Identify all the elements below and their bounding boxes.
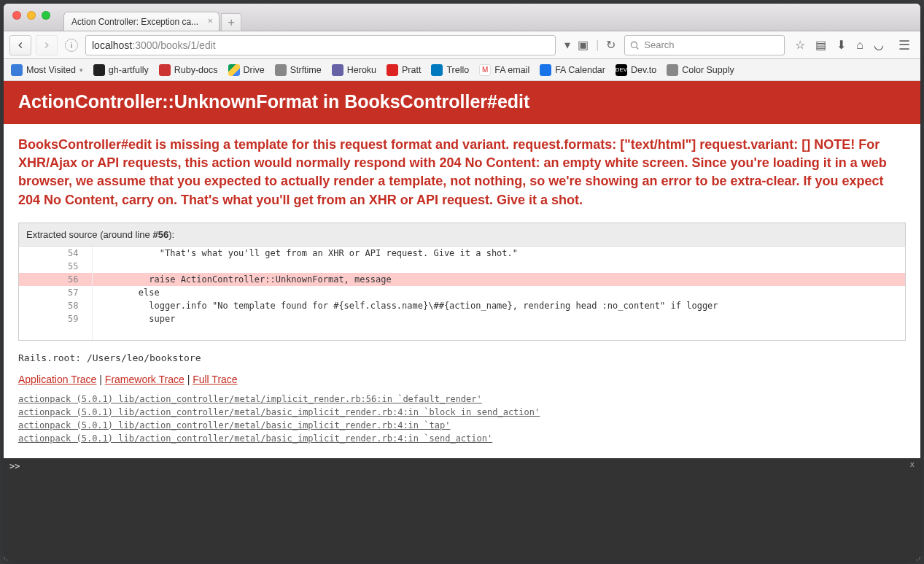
bookmark-label: FA Calendar xyxy=(555,65,605,75)
source-code: 54 "That's what you'll get from an XHR o… xyxy=(19,247,905,340)
source-line: 55 xyxy=(19,260,905,273)
bookmark-item[interactable]: MFA email xyxy=(479,64,529,76)
trace-line[interactable]: actionpack (5.0.1) lib/action_controller… xyxy=(18,407,906,417)
tab-title: Action Controller: Exception ca... xyxy=(71,17,198,27)
toolbar-icons: ☆ ▤ ⬇ ⌂ ◡ xyxy=(789,38,890,52)
trace-line[interactable]: actionpack (5.0.1) lib/action_controller… xyxy=(18,420,906,430)
bookmark-item[interactable]: Color Supply xyxy=(667,64,734,76)
line-code: super xyxy=(92,312,905,325)
minimize-window-button[interactable] xyxy=(27,11,36,20)
browser-tabs: Action Controller: Exception ca... × + xyxy=(63,12,241,31)
line-number: 57 xyxy=(19,286,92,299)
search-bar[interactable]: Search xyxy=(624,35,785,55)
bookmark-favicon xyxy=(93,64,105,76)
bookmark-label: Pratt xyxy=(402,65,421,75)
bookmark-item[interactable]: Drive xyxy=(228,64,265,76)
navigation-toolbar: i localhost:3000/books/1/edit ▾ ▣ | ↻ Se… xyxy=(4,31,920,59)
bookmark-favicon xyxy=(11,64,23,76)
new-tab-button[interactable]: + xyxy=(221,13,241,31)
forward-button[interactable] xyxy=(36,35,58,55)
application-trace-link[interactable]: Application Trace xyxy=(18,374,96,385)
source-heading: Extracted source (around line #56): xyxy=(19,223,905,247)
bookmark-item[interactable]: FA Calendar xyxy=(540,64,605,76)
library-icon[interactable]: ▤ xyxy=(815,38,826,52)
error-message: BooksController#edit is missing a templa… xyxy=(18,136,906,209)
line-number: 58 xyxy=(19,299,92,312)
bookmark-item[interactable]: Pratt xyxy=(387,64,421,76)
menu-icon[interactable]: ☰ xyxy=(894,37,915,53)
window-titlebar: Action Controller: Exception ca... × + xyxy=(4,4,920,31)
source-extract: Extracted source (around line #56): 54 "… xyxy=(18,223,906,341)
line-code: raise ActionController::UnknownFormat, m… xyxy=(92,273,905,286)
bookmark-item[interactable]: Ruby-docs xyxy=(159,64,218,76)
reader-mode-icon[interactable]: ▣ xyxy=(578,38,589,52)
bookmark-label: FA email xyxy=(494,65,529,75)
downloads-icon[interactable]: ⬇ xyxy=(836,38,846,52)
bookmark-favicon xyxy=(159,64,171,76)
browser-tab-active[interactable]: Action Controller: Exception ca... × xyxy=(63,12,220,31)
bookmark-item[interactable]: Trello xyxy=(431,64,469,76)
traffic-lights xyxy=(4,4,50,20)
error-body: BooksController#edit is missing a templa… xyxy=(4,124,920,458)
trace-line[interactable]: actionpack (5.0.1) lib/action_controller… xyxy=(18,394,906,404)
source-line: 54 "That's what you'll get from an XHR o… xyxy=(19,247,905,260)
line-number: 55 xyxy=(19,260,92,273)
rails-root: Rails.root: /Users/leo/bookstore xyxy=(18,352,906,363)
bookmark-item[interactable]: Most Visited▾ xyxy=(11,64,83,76)
bookmark-favicon xyxy=(332,64,343,76)
url-host: localhost xyxy=(92,39,132,51)
bookmark-favicon: DEV xyxy=(616,64,627,76)
line-code: "That's what you'll get from an XHR or A… xyxy=(92,247,905,260)
close-window-button[interactable] xyxy=(12,11,21,20)
line-code xyxy=(92,260,905,273)
url-path: :3000/books/1/edit xyxy=(132,39,215,51)
bookmark-label: Ruby-docs xyxy=(174,65,218,75)
bookmark-item[interactable]: gh-artfully xyxy=(93,64,149,76)
bookmark-favicon xyxy=(228,64,240,76)
star-icon[interactable]: ☆ xyxy=(795,38,805,52)
trace-tabs: Application Trace | Framework Trace | Fu… xyxy=(18,374,906,385)
dropdown-icon[interactable]: ▾ xyxy=(564,38,570,52)
source-line: 59 super xyxy=(19,312,905,325)
reload-icon[interactable]: ↻ xyxy=(606,38,616,52)
bookmark-favicon xyxy=(431,64,443,76)
full-trace-link[interactable]: Full Trace xyxy=(193,374,237,385)
bookmark-favicon xyxy=(667,64,678,76)
pocket-icon[interactable]: ◡ xyxy=(874,38,884,52)
bookmark-label: Drive xyxy=(244,65,265,75)
address-bar[interactable]: localhost:3000/books/1/edit xyxy=(85,35,556,55)
bookmark-item[interactable]: Strftime xyxy=(275,64,322,76)
framework-trace-link[interactable]: Framework Trace xyxy=(105,374,185,385)
error-header: ActionController::UnknownFormat in Books… xyxy=(4,81,920,124)
bookmark-label: gh-artfully xyxy=(109,65,149,75)
close-tab-icon[interactable]: × xyxy=(208,16,214,26)
source-line: 58 logger.info "No template found for #{… xyxy=(19,299,905,312)
site-info-icon[interactable]: i xyxy=(65,39,78,52)
home-icon[interactable]: ⌂ xyxy=(856,39,863,52)
bookmark-favicon xyxy=(275,64,287,76)
bookmarks-bar: Most Visited▾gh-artfullyRuby-docsDriveSt… xyxy=(4,59,920,81)
error-title: ActionController::UnknownFormat in Books… xyxy=(18,91,906,112)
line-code: else xyxy=(92,286,905,299)
source-line: 56 raise ActionController::UnknownFormat… xyxy=(19,273,905,286)
bookmark-favicon xyxy=(387,64,398,76)
source-line: 57 else xyxy=(19,286,905,299)
bookmark-item[interactable]: DEVDev.to xyxy=(616,64,656,76)
bookmark-label: Most Visited xyxy=(26,65,76,75)
trace-line[interactable]: actionpack (5.0.1) lib/action_controller… xyxy=(18,433,906,444)
bookmark-label: Heroku xyxy=(347,65,376,75)
bookmark-favicon xyxy=(540,64,551,76)
bookmark-item[interactable]: Heroku xyxy=(332,64,376,76)
page-content: ActionController::UnknownFormat in Books… xyxy=(4,81,920,560)
back-button[interactable] xyxy=(9,35,31,55)
zoom-window-button[interactable] xyxy=(42,11,50,20)
browser-window: Action Controller: Exception ca... × + i… xyxy=(4,4,920,560)
bookmark-label: Trello xyxy=(446,65,469,75)
dropdown-icon: ▾ xyxy=(79,66,83,74)
bookmark-label: Dev.to xyxy=(631,65,656,75)
search-placeholder: Search xyxy=(644,39,674,50)
console-close-icon[interactable]: x xyxy=(909,460,915,469)
web-console[interactable]: >> x xyxy=(4,458,920,560)
bookmark-label: Strftime xyxy=(290,65,322,75)
svg-point-0 xyxy=(632,42,637,47)
